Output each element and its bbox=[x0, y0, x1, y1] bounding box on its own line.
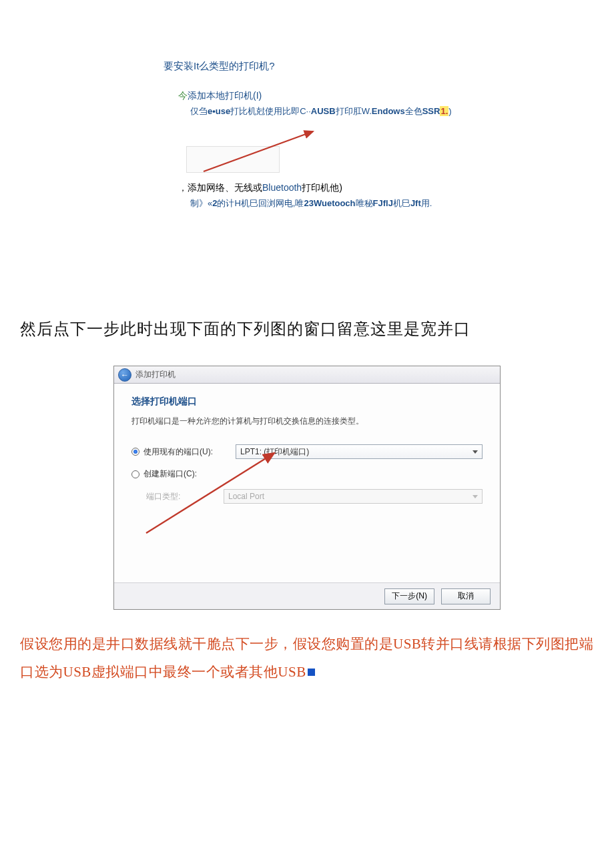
dialog-heading: 选择打印机端口 bbox=[131, 396, 483, 408]
back-button[interactable]: ← bbox=[118, 368, 131, 382]
dialog-body: 选择打印机端口 打印机端口是一种允许您的计算机与打印机交换信息的连接类型。 使用… bbox=[114, 384, 500, 582]
option-network-desc: 制》«2的计H机巳回浏网电,唯23Wuetooch唯秘FJflJ机巳Jft用. bbox=[190, 197, 484, 210]
port-select[interactable]: LPT1: (打印机端口) bbox=[236, 444, 483, 459]
back-arrow-icon: ← bbox=[121, 370, 129, 380]
create-new-port-label: 创建新端口(C): bbox=[143, 468, 236, 480]
port-type-label: 端口类型: bbox=[146, 491, 224, 502]
use-existing-port-label: 使用现有的端口(U): bbox=[143, 446, 236, 458]
port-type-value: Local Port bbox=[228, 492, 264, 501]
use-existing-port-row: 使用现有的端口(U): LPT1: (打印机端口) bbox=[131, 444, 483, 459]
option-local-printer[interactable]: 今添加本地打印机(I) 仅刍e•use打比机尅使用比即C··AUSB打印肛W.E… bbox=[178, 90, 484, 118]
create-new-port-row: 创建新端口(C): bbox=[131, 468, 483, 480]
add-printer-dialog: ← 添加打印机 选择打印机端口 打印机端口是一种允许您的计算机与打印机交换信息的… bbox=[113, 366, 501, 610]
option-network-title: ，添加网络、无线或Bluetooth打印机他) bbox=[178, 182, 484, 194]
arrow-annotation-1 bbox=[186, 127, 333, 177]
cancel-button[interactable]: 取消 bbox=[441, 588, 491, 604]
option-network-printer[interactable]: ，添加网络、无线或Bluetooth打印机他) 制》«2的计H机巳回浏网电,唯2… bbox=[178, 182, 484, 210]
option-local-title: 今添加本地打印机(I) bbox=[178, 90, 484, 102]
port-select-value: LPT1: (打印机端口) bbox=[240, 446, 309, 458]
dialog-subtext: 打印机端口是一种允许您的计算机与打印机交换信息的连接类型。 bbox=[131, 416, 483, 427]
dialog-footer: 下一步(N) 取消 bbox=[114, 582, 500, 609]
end-square-icon bbox=[308, 669, 315, 676]
next-button[interactable]: 下一步(N) bbox=[384, 588, 434, 604]
port-type-row: 端口类型: Local Port bbox=[146, 489, 483, 504]
instruction-paragraph-2: 假设您用的是井口数据线就干脆点下一步，假设您购置的是USB转并口线请根据下列图把… bbox=[20, 630, 594, 686]
port-type-select: Local Port bbox=[224, 489, 483, 504]
chevron-down-icon bbox=[473, 450, 478, 454]
option-local-desc: 仅刍e•use打比机尅使用比即C··AUSB打印肛W.Endows全色SSR1.… bbox=[190, 105, 484, 118]
printer-type-block: 要安装It么类型的打印机? 今添加本地打印机(I) 仅刍e•use打比机尅使用比… bbox=[164, 60, 484, 209]
svg-line-0 bbox=[204, 131, 313, 171]
use-existing-port-radio[interactable] bbox=[131, 448, 139, 456]
dialog-titlebar: ← 添加打印机 bbox=[114, 366, 500, 384]
instruction-paragraph-1: 然后点下一步此时出现下面的下列图的窗口留意这里是宽并口 bbox=[20, 316, 594, 342]
red-arrow-icon bbox=[200, 127, 333, 177]
chevron-down-icon bbox=[473, 495, 478, 498]
create-new-port-radio[interactable] bbox=[131, 470, 139, 478]
printer-type-question: 要安装It么类型的打印机? bbox=[164, 60, 484, 73]
dialog-title: 添加打印机 bbox=[135, 369, 176, 380]
